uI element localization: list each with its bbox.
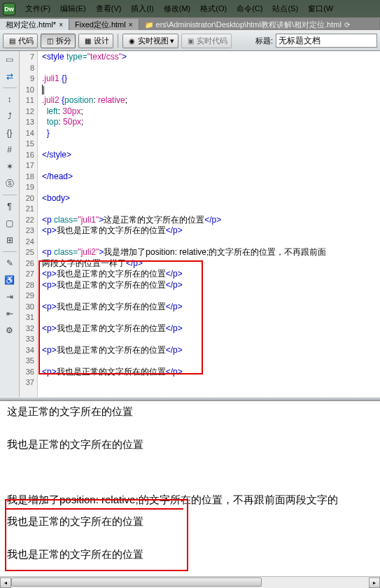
tab-label: Fixed定位.html <box>75 20 126 30</box>
close-icon[interactable]: × <box>129 21 133 29</box>
design-icon: ▦ <box>83 36 92 46</box>
live-view-icon: ◉ <box>127 36 136 46</box>
split-view-button[interactable]: ◫ 拆分 <box>41 34 76 48</box>
wrap-tag-icon[interactable]: ⊞ <box>4 234 15 246</box>
menu-bar: Dw 文件(F) 编辑(E) 查看(V) 插入(I) 修改(M) 格式(O) 命… <box>0 0 380 18</box>
remove-comment-icon[interactable]: ▢ <box>4 218 15 229</box>
line-number-gutter: 7891011121314151617181920212223242526272… <box>20 51 38 397</box>
balance-braces-icon[interactable]: {} <box>4 127 15 139</box>
menu-modify[interactable]: 修改(M) <box>164 4 191 14</box>
document-tab-bar: 相对定位.html* × Fixed定位.html × 📁 ers\Admini… <box>0 18 380 30</box>
code-content[interactable]: <style type="text/css">.juli1 {}|.juli2 … <box>38 51 380 397</box>
preview-paragraph[interactable]: 我也是正常的文字所在的位置 <box>7 515 373 528</box>
scroll-left-button[interactable]: ◂ <box>0 578 11 588</box>
folder-icon: 📁 <box>145 21 153 29</box>
syntax-coloring-icon[interactable]: ⓢ <box>4 178 15 189</box>
design-view-button[interactable]: ▦ 设计 <box>78 34 113 48</box>
menu-window[interactable]: 窗口(W <box>308 4 333 14</box>
design-view[interactable]: 这是正常的文字所在的位置 我也是正常的文字所在的位置 我是增加了position… <box>0 401 380 576</box>
refresh-icon[interactable]: ⟳ <box>344 21 350 29</box>
menu-commands[interactable]: 命令(C) <box>237 4 262 14</box>
menu-file[interactable]: 文件(F) <box>25 4 50 14</box>
file-path-text: ers\Administrator\Desktop\html教程讲解\相对定位.… <box>156 20 342 30</box>
live-code-icon: ▣ <box>185 36 195 46</box>
menu-insert[interactable]: 插入(I) <box>131 4 153 14</box>
code-toolbar: ▭ ⇄ ↕ ⤴ {} # ✶ ⓢ ¶ ▢ ⊞ ✎ ♿ ⇥ ⇤ ⚙ <box>0 51 20 397</box>
split-icon: ◫ <box>45 36 55 46</box>
code-icon: ▤ <box>7 36 17 46</box>
menu-edit[interactable]: 编辑(E) <box>60 4 86 14</box>
chevron-down-icon: ▾ <box>170 36 174 46</box>
editor-area: ▭ ⇄ ↕ ⤴ {} # ✶ ⓢ ¶ ▢ ⊞ ✎ ♿ ⇥ ⇤ ⚙ 7891011… <box>0 51 380 397</box>
menu-view[interactable]: 查看(V) <box>96 4 122 14</box>
scroll-thumb[interactable] <box>11 578 262 587</box>
horizontal-scrollbar[interactable]: ◂ ▸ <box>0 576 380 588</box>
app-logo: Dw <box>3 3 15 15</box>
indent-icon[interactable]: ⇥ <box>4 291 15 302</box>
tab-label: 相对定位.html* <box>6 20 56 30</box>
code-editor[interactable]: 7891011121314151617181920212223242526272… <box>20 51 380 397</box>
separator <box>118 34 118 48</box>
open-documents-icon[interactable]: ▭ <box>4 54 15 65</box>
select-parent-icon[interactable]: ⤴ <box>4 111 15 122</box>
outdent-icon[interactable]: ⇤ <box>4 308 15 319</box>
preview-paragraph[interactable]: 我也是正常的文字所在的位置 <box>7 548 373 561</box>
tab-fixed-positioning[interactable]: Fixed定位.html × <box>69 19 139 30</box>
line-numbers-icon[interactable]: # <box>4 144 15 155</box>
title-label: 标题: <box>255 36 273 46</box>
live-view-button[interactable]: ◉ 实时视图 ▾ <box>122 34 178 48</box>
file-path-display: 📁 ers\Administrator\Desktop\html教程讲解\相对定… <box>139 19 380 30</box>
preview-paragraph[interactable]: 这是正常的文字所在的位置 <box>7 405 373 419</box>
live-code-button[interactable]: ▣ 实时代码 <box>181 34 232 48</box>
collapse-icon[interactable]: ⇄ <box>4 71 15 82</box>
tab-relative-positioning[interactable]: 相对定位.html* × <box>0 19 69 30</box>
move-css-icon[interactable]: ♿ <box>4 274 15 286</box>
scroll-track[interactable] <box>11 578 369 588</box>
close-icon[interactable]: × <box>59 21 63 29</box>
menu-site[interactable]: 站点(S) <box>272 4 298 14</box>
apply-comment-icon[interactable]: ¶ <box>4 201 15 212</box>
preview-paragraph[interactable]: 我是增加了position: relative;的文字所在的位置，不再跟前面两段… <box>7 493 373 507</box>
code-view-button[interactable]: ▤ 代码 <box>3 34 38 48</box>
document-title-input[interactable] <box>276 34 377 48</box>
annotation-line <box>6 508 183 510</box>
format-source-icon[interactable]: ⚙ <box>4 325 15 336</box>
parent-tag-icon[interactable]: ↕ <box>4 94 15 105</box>
menu-format[interactable]: 格式(O) <box>200 4 227 14</box>
preview-paragraph[interactable]: 我也是正常的文字所在的位置 <box>7 438 373 451</box>
recent-snippets-icon[interactable]: ✎ <box>4 258 15 269</box>
view-toolbar: ▤ 代码 ◫ 拆分 ▦ 设计 ◉ 实时视图 ▾ ▣ 实时代码 标题: <box>0 30 380 51</box>
scroll-right-button[interactable]: ▸ <box>369 578 380 588</box>
highlight-invalid-icon[interactable]: ✶ <box>4 161 15 172</box>
